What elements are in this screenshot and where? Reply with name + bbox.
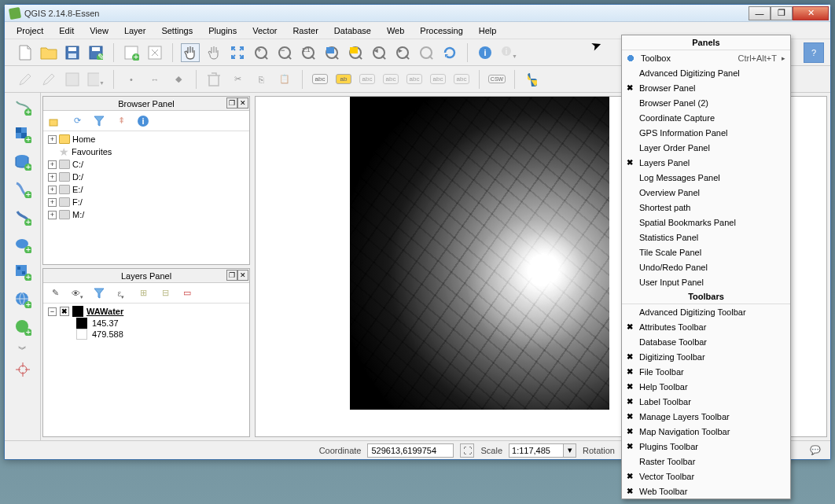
ctx-panel-item-10[interactable]: Spatial Bookmarks Panel — [622, 215, 790, 230]
identify-dropdown-button[interactable]: i▼ — [499, 43, 518, 62]
browser-close-button[interactable]: ✕ — [237, 97, 248, 109]
collapse-browser-icon[interactable]: ⇞ — [114, 114, 128, 128]
browser-undock-button[interactable]: ❐ — [226, 97, 237, 109]
menu-project[interactable]: Project — [9, 24, 50, 38]
menu-layer[interactable]: Layer — [117, 24, 153, 38]
save-edits-dropdown[interactable]: ▼ — [86, 70, 105, 89]
delete-selected-button[interactable] — [204, 70, 223, 89]
refresh-button[interactable] — [440, 43, 459, 62]
add-wms-layer-button[interactable]: + — [12, 261, 34, 283]
expand-all-button[interactable]: ⊞ — [136, 286, 150, 300]
label-abc-highlight-button[interactable]: ab — [334, 70, 353, 89]
csw-button[interactable]: CSW — [487, 70, 506, 89]
open-project-button[interactable] — [39, 43, 58, 62]
label-abc-1-button[interactable]: abc — [311, 70, 329, 89]
refresh-browser-icon[interactable]: ⟳ — [70, 114, 84, 128]
close-button[interactable]: ✕ — [793, 6, 829, 20]
filter-browser-icon[interactable] — [92, 114, 106, 128]
zoom-native-button[interactable]: 1:1 — [299, 43, 318, 62]
layers-tree[interactable]: − WAWater 145.37 479.588 — [43, 304, 249, 436]
copy-button[interactable]: ⎘ — [252, 70, 270, 89]
ctx-toolbar-item-2[interactable]: Database Toolbar — [622, 334, 790, 349]
browser-item-home[interactable]: +Home — [45, 133, 248, 145]
zoom-to-layer-button[interactable] — [322, 43, 341, 62]
menu-view[interactable]: View — [83, 24, 116, 38]
identify-button[interactable]: i — [476, 43, 495, 62]
menu-web[interactable]: Web — [380, 24, 411, 38]
menu-raster[interactable]: Raster — [285, 24, 325, 38]
coordinate-input[interactable] — [367, 443, 454, 458]
label-abc-6-button[interactable]: abc — [452, 70, 471, 89]
remove-layer-button[interactable]: ▭ — [180, 286, 194, 300]
ctx-panel-item-2[interactable]: Browser Panel (2) — [622, 95, 790, 110]
add-raster-layer-button[interactable]: + — [12, 123, 34, 145]
browser-item-c[interactable]: +C:/ — [45, 158, 248, 171]
browser-item-e[interactable]: +E:/ — [45, 183, 248, 196]
maximize-button[interactable]: ❐ — [771, 6, 793, 20]
layers-undock-button[interactable]: ❐ — [226, 270, 237, 281]
python-console-button[interactable] — [523, 70, 542, 89]
add-mssql-layer-button[interactable]: + — [12, 206, 34, 228]
layers-close-button[interactable]: ✕ — [237, 270, 248, 281]
zoom-actual-button[interactable] — [417, 43, 436, 62]
toggle-editing-button[interactable] — [39, 70, 58, 89]
edit-pencil-button[interactable] — [16, 70, 35, 89]
ctx-panel-item-4[interactable]: GPS Information Panel — [622, 125, 790, 140]
ctx-panel-item-9[interactable]: Shortest path — [622, 200, 790, 215]
pan-to-selection-button[interactable] — [204, 43, 223, 62]
browser-item-m[interactable]: +M:/ — [45, 208, 248, 221]
ctx-panel-item-3[interactable]: Coordinate Capture — [622, 110, 790, 125]
help-button[interactable]: ? — [804, 42, 824, 63]
ctx-panel-item-6[interactable]: Layers Panel — [622, 155, 790, 170]
move-feature-button[interactable]: ↔ — [145, 70, 164, 89]
ctx-toolbar-item-12[interactable]: Web Toolbar — [622, 484, 790, 498]
ctx-toolbox[interactable]: Toolbox Ctrl+Alt+T — [622, 50, 790, 65]
composer-manager-button[interactable] — [145, 43, 164, 62]
ctx-panel-item-1[interactable]: Browser Panel — [622, 80, 790, 95]
menu-edit[interactable]: Edit — [52, 24, 81, 38]
add-wfs-layer-button[interactable]: + — [12, 316, 34, 338]
scale-input[interactable] — [509, 443, 564, 458]
add-spatialite-layer-button[interactable]: + — [12, 178, 34, 200]
save-as-button[interactable]: ✎ — [86, 43, 105, 62]
menu-help[interactable]: Help — [472, 24, 504, 38]
save-project-button[interactable] — [63, 43, 82, 62]
browser-item-f[interactable]: +F:/ — [45, 196, 248, 208]
browser-tree[interactable]: +Home ★Favourites +C:/ +D:/ +E:/ +F:/ +M… — [43, 131, 249, 264]
cut-button[interactable]: ✂ — [228, 70, 247, 89]
toggle-extents-button[interactable]: ⛶ — [460, 443, 474, 458]
zoom-to-selection-button[interactable] — [346, 43, 365, 62]
style-button[interactable]: ✎ — [48, 286, 62, 300]
properties-browser-icon[interactable]: i — [136, 114, 150, 128]
ctx-panel-item-14[interactable]: User Input Panel — [622, 274, 790, 289]
label-abc-4-button[interactable]: abc — [405, 70, 424, 89]
layer-wawater[interactable]: − WAWater — [45, 305, 248, 318]
ctx-panel-item-8[interactable]: Overview Panel — [622, 185, 790, 200]
scale-dropdown-button[interactable]: ▾ — [564, 443, 576, 458]
ctx-toolbar-item-11[interactable]: Vector Toolbar — [622, 469, 790, 484]
messages-button[interactable]: 💬 — [807, 443, 824, 458]
add-layer-icon[interactable] — [48, 114, 62, 128]
menu-processing[interactable]: Processing — [413, 24, 469, 38]
add-postgis-layer-button[interactable]: + — [12, 151, 34, 173]
new-project-button[interactable] — [16, 43, 35, 62]
collapse-all-button[interactable]: ⊟ — [158, 286, 172, 300]
ctx-toolbar-item-10[interactable]: Raster Toolbar — [622, 454, 790, 469]
zoom-next-button[interactable]: ▸ — [393, 43, 412, 62]
crosshair-icon[interactable] — [12, 359, 34, 381]
node-tool-button[interactable]: ◆ — [169, 70, 188, 89]
add-vector-layer-button[interactable]: + — [12, 96, 34, 118]
paste-button[interactable]: 📋 — [275, 70, 294, 89]
ctx-panel-item-5[interactable]: Layer Order Panel — [622, 140, 790, 155]
menu-vector[interactable]: Vector — [245, 24, 284, 38]
label-abc-5-button[interactable]: abc — [429, 70, 447, 89]
visibility-button[interactable]: 👁▾ — [70, 286, 84, 300]
ctx-panel-item-11[interactable]: Statistics Panel — [622, 230, 790, 245]
add-wcs-layer-button[interactable]: + — [12, 289, 34, 311]
ctx-toolbar-item-9[interactable]: Plugins Toolbar — [622, 439, 790, 454]
menu-database[interactable]: Database — [327, 24, 378, 38]
zoom-in-button[interactable]: + — [252, 43, 270, 62]
ctx-toolbar-item-0[interactable]: Advanced Digitizing Toolbar — [622, 304, 790, 319]
layer-visibility-checkbox[interactable] — [60, 307, 69, 316]
ctx-toolbar-item-7[interactable]: Manage Layers Toolbar — [622, 409, 790, 424]
